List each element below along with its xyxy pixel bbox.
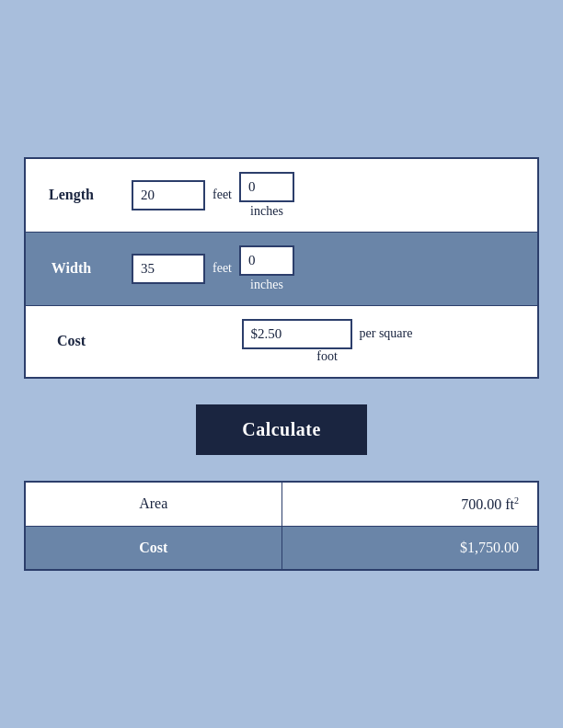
length-label: Length xyxy=(25,158,117,233)
cost-result-label: Cost xyxy=(25,527,282,571)
per-square-label: per square xyxy=(360,326,413,342)
cost-inline-group: per square xyxy=(242,319,413,349)
width-inches-input[interactable] xyxy=(239,245,294,276)
length-inches-group: inches xyxy=(239,172,294,219)
width-field-group: feet inches xyxy=(132,245,523,292)
length-inches-label: inches xyxy=(250,204,283,219)
length-inches-input[interactable] xyxy=(239,172,294,202)
length-row: Length feet inches xyxy=(25,158,538,233)
width-inches-group: inches xyxy=(239,245,294,292)
width-feet-input[interactable] xyxy=(132,254,205,284)
cost-field-group: per square foot xyxy=(132,319,523,364)
input-table: Length feet inches Width feet xyxy=(24,157,539,379)
length-feet-label: feet xyxy=(213,188,232,202)
cost-label: Cost xyxy=(25,305,117,378)
width-fields: feet inches xyxy=(117,232,538,305)
foot-label: foot xyxy=(316,349,338,364)
cost-result-value: $1,750.00 xyxy=(282,527,538,571)
cost-result-row: Cost $1,750.00 xyxy=(25,527,538,571)
area-result-value: 700.00 ft2 xyxy=(282,482,538,527)
page-container: Length feet inches Width feet xyxy=(24,130,539,598)
width-label: Width xyxy=(25,232,117,305)
results-table: Area 700.00 ft2 Cost $1,750.00 xyxy=(24,481,539,571)
cost-input[interactable] xyxy=(242,319,352,349)
cost-fields: per square foot xyxy=(117,305,538,378)
length-feet-input[interactable] xyxy=(132,180,205,210)
width-row: Width feet inches xyxy=(25,232,538,305)
width-inches-label: inches xyxy=(250,278,283,292)
length-fields: feet inches xyxy=(117,158,538,233)
cost-row: Cost per square foot xyxy=(25,305,538,378)
length-field-group: feet inches xyxy=(132,172,523,219)
area-result-row: Area 700.00 ft2 xyxy=(25,482,538,527)
calculate-button[interactable]: Calculate xyxy=(196,404,367,455)
area-result-label: Area xyxy=(25,482,282,527)
width-feet-label: feet xyxy=(213,261,232,276)
